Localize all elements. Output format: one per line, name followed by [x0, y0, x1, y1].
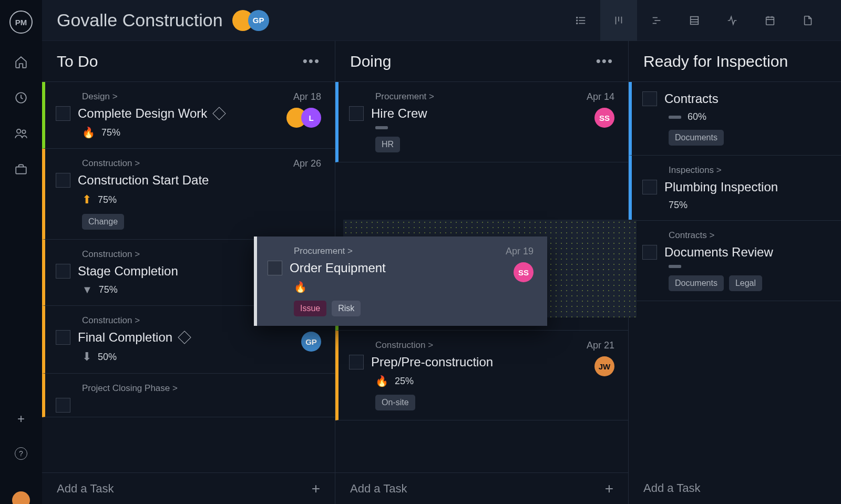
svg-rect-3 — [16, 167, 26, 174]
help-icon[interactable]: ? — [15, 447, 27, 460]
task-progress: 75% — [669, 200, 688, 211]
task-checkbox[interactable] — [268, 261, 282, 275]
task-title: Final Completion — [78, 330, 172, 345]
task-checkbox[interactable] — [56, 173, 70, 188]
task-category: Construction > — [349, 340, 614, 351]
task-card[interactable]: Inspections > Plumbing Inspection 75% — [629, 156, 841, 221]
svg-point-2 — [22, 130, 25, 134]
milestone-icon — [178, 331, 191, 344]
file-view-icon[interactable] — [789, 0, 826, 41]
task-checkbox[interactable] — [56, 330, 70, 345]
task-card[interactable]: Contracts 60% Documents — [629, 82, 841, 156]
arrow-up-icon: ⬆ — [82, 193, 91, 207]
calendar-view-icon[interactable] — [752, 0, 788, 41]
task-title: Hire Crew — [371, 106, 427, 121]
task-title: Order Equipment — [290, 261, 386, 275]
assignee-avatar[interactable]: SS — [594, 108, 614, 128]
task-tag: On-site — [375, 395, 415, 410]
task-progress: 75% — [98, 194, 117, 205]
task-progress: 75% — [99, 284, 118, 295]
assignee-avatar[interactable]: SS — [514, 262, 534, 282]
table-view-icon[interactable] — [676, 0, 713, 41]
add-icon[interactable]: + — [17, 412, 25, 426]
task-date: Apr 26 — [293, 158, 321, 169]
task-checkbox[interactable] — [642, 180, 657, 194]
home-icon[interactable] — [14, 55, 28, 69]
board-column: Ready for Inspection Contracts 60% Docum… — [629, 41, 841, 504]
task-card[interactable]: Procurement > Hire Crew HR Apr 14 SS — [335, 82, 628, 162]
sidebar: PM + ? — [0, 0, 42, 504]
clock-icon[interactable] — [14, 90, 28, 105]
list-view-icon[interactable] — [562, 0, 599, 41]
add-task-button[interactable]: Add a Task + — [335, 472, 628, 504]
task-checkbox[interactable] — [56, 264, 70, 279]
people-icon[interactable] — [14, 126, 28, 141]
task-title: Construction Start Date — [78, 173, 209, 188]
app-logo[interactable]: PM — [9, 11, 33, 34]
column-title: Doing — [350, 53, 391, 70]
task-progress: 50% — [98, 352, 117, 363]
add-task-label: Add a Task — [350, 482, 407, 496]
task-category: Inspections > — [642, 165, 827, 176]
task-card[interactable]: Construction > Construction Start Date ⬆… — [42, 149, 335, 240]
task-checkbox[interactable] — [642, 245, 657, 260]
task-tag: HR — [375, 137, 400, 152]
task-progress: 75% — [101, 127, 120, 138]
member-avatars[interactable]: GP — [238, 10, 269, 31]
column-menu-icon[interactable]: ••• — [303, 53, 320, 69]
dragging-task-card[interactable]: Procurement > Order Equipment 🔥 Issue Ri… — [254, 236, 547, 326]
task-date: Apr 18 — [292, 91, 321, 102]
column-menu-icon[interactable]: ••• — [596, 53, 613, 69]
member-avatar[interactable]: GP — [248, 10, 269, 31]
plus-icon: + — [312, 480, 320, 497]
bar-icon — [669, 116, 681, 119]
arrow-down-icon: ▼ — [82, 284, 93, 296]
task-title: Contracts — [664, 91, 719, 106]
activity-view-icon[interactable] — [714, 0, 751, 41]
task-title: Prep/Pre-construction — [371, 355, 493, 369]
briefcase-icon[interactable] — [14, 162, 28, 177]
gantt-view-icon[interactable] — [638, 0, 675, 41]
current-user-avatar[interactable] — [12, 491, 30, 504]
svg-point-9 — [577, 23, 578, 24]
add-task-button[interactable]: Add a Task + — [42, 472, 335, 504]
task-card[interactable]: Contracts > Documents Review Documents L… — [629, 221, 841, 301]
task-checkbox[interactable] — [56, 106, 70, 121]
task-progress: 60% — [688, 111, 706, 122]
add-task-button[interactable]: Add a Task — [629, 467, 841, 504]
task-title: Documents Review — [664, 245, 773, 260]
task-card[interactable]: Construction > Prep/Pre-construction 🔥 2… — [335, 331, 628, 420]
assignee-avatar[interactable]: JW — [594, 356, 614, 376]
task-tag: Legal — [729, 275, 762, 291]
assignee-avatar[interactable]: L — [301, 108, 321, 128]
task-category: Procurement > — [268, 246, 534, 256]
assignee-avatar[interactable]: GP — [301, 332, 321, 352]
task-title: Complete Design Work — [78, 106, 207, 121]
flame-icon: 🔥 — [82, 126, 95, 139]
task-tag: Documents — [669, 130, 724, 146]
task-card[interactable]: Design > Complete Design Work 🔥 75% Apr … — [42, 82, 335, 149]
task-category: Procurement > — [349, 91, 614, 102]
task-checkbox[interactable] — [349, 355, 364, 369]
arrow-down-icon: ⬇ — [82, 350, 91, 364]
add-task-label: Add a Task — [57, 482, 114, 496]
milestone-icon — [213, 107, 226, 120]
task-checkbox[interactable] — [56, 398, 70, 413]
flame-icon: 🔥 — [294, 281, 307, 293]
column-title: Ready for Inspection — [643, 53, 788, 70]
project-title: Govalle Construction — [57, 10, 223, 30]
task-checkbox[interactable] — [642, 91, 657, 106]
task-tag: Issue — [294, 301, 326, 316]
task-date: Apr 21 — [587, 340, 614, 351]
svg-point-8 — [577, 20, 578, 21]
svg-rect-16 — [691, 16, 699, 24]
task-category: Construction > — [56, 158, 321, 169]
svg-point-1 — [17, 129, 21, 133]
board-view-icon[interactable] — [600, 0, 637, 41]
task-progress: 25% — [395, 376, 414, 387]
task-category: Project Closing Phase > — [56, 383, 321, 394]
plus-icon: + — [605, 480, 613, 497]
task-card[interactable]: Project Closing Phase > — [42, 374, 335, 417]
topbar: Govalle Construction GP — [42, 0, 841, 41]
task-checkbox[interactable] — [349, 106, 364, 121]
